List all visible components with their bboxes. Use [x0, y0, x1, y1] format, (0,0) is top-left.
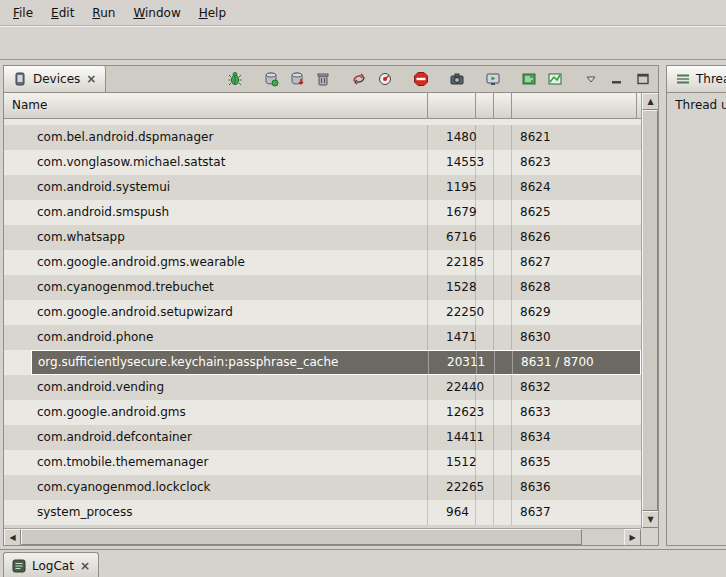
row-indent	[4, 375, 31, 400]
column-header-empty[interactable]	[494, 93, 512, 118]
view-menu-chevron-icon	[583, 71, 599, 87]
process-name-cell: com.google.android.gms	[31, 400, 428, 425]
row-indent	[4, 125, 31, 150]
row-body: com.vonglasow.michael.satstat 14553 8623	[31, 150, 641, 175]
table-row[interactable]: com.google.android.gms.wearable 22185 86…	[4, 250, 641, 275]
maximize-view-button[interactable]	[633, 69, 653, 89]
row-indent	[4, 450, 31, 475]
table-row[interactable]: com.android.vending 22440 8632	[4, 375, 641, 400]
menu-item[interactable]: Edit	[42, 2, 83, 24]
tab-threads[interactable]: Threads ×	[667, 66, 726, 92]
pid-cell: 14553	[428, 150, 476, 175]
pid-cell: 12623	[428, 400, 476, 425]
table-row[interactable]: com.vonglasow.michael.satstat 14553 8623	[4, 150, 641, 175]
devices-tab-close-icon[interactable]: ×	[85, 73, 97, 85]
table-row[interactable]: system_process 964 8637	[4, 500, 641, 525]
table-row[interactable]: com.google.android.setupwizard 22250 862…	[4, 300, 641, 325]
empty-cell	[476, 250, 494, 275]
pid-cell: 22440	[428, 375, 476, 400]
view-menu-button[interactable]	[581, 69, 601, 89]
empty-cell	[476, 450, 494, 475]
start-opengl-trace-button[interactable]	[545, 69, 565, 89]
table-row[interactable]: com.google.android.gms 12623 8633	[4, 400, 641, 425]
column-header-pid[interactable]	[428, 93, 476, 118]
row-body: com.cyanogenmod.lockclock 22265 8636	[31, 475, 641, 500]
debug-process-button[interactable]	[225, 69, 245, 89]
row-body: com.whatsapp 6716 8626	[31, 225, 641, 250]
table-row[interactable]: com.android.phone 1471 8630	[4, 325, 641, 350]
minimize-view-button[interactable]	[607, 69, 627, 89]
logcat-tab-close-icon[interactable]: ×	[79, 560, 91, 572]
menu-item[interactable]: File	[4, 2, 42, 24]
update-threads-button[interactable]	[349, 69, 369, 89]
scroll-left-button[interactable]: ◀	[4, 529, 21, 545]
port-cell: 8624	[512, 175, 641, 200]
table-row[interactable]: com.android.systemui 1195 8624	[4, 175, 641, 200]
menu-item[interactable]: Window	[124, 2, 189, 24]
table-row[interactable]: com.whatsapp 6716 8626	[4, 225, 641, 250]
threads-tab-label: Threads	[696, 72, 726, 86]
cause-gc-trash-icon	[315, 71, 331, 87]
cause-gc-button[interactable]	[313, 69, 333, 89]
devices-view-toolbar	[219, 66, 658, 92]
scrollbar-track[interactable]	[582, 529, 624, 545]
scroll-down-button[interactable]: ▼	[642, 511, 658, 528]
process-name-cell: com.android.defcontainer	[31, 425, 428, 450]
empty-cell	[476, 500, 494, 525]
row-body: com.google.android.gms.wearable 22185 86…	[31, 250, 641, 275]
process-name-cell: com.google.android.gms.wearable	[31, 250, 428, 275]
table-row[interactable]: com.cyanogenmod.trebuchet 1528 8628	[4, 275, 641, 300]
update-heap-button[interactable]	[261, 69, 281, 89]
dump-hprof-button[interactable]	[287, 69, 307, 89]
row-indent	[4, 425, 31, 450]
menu-item[interactable]: Help	[190, 2, 235, 24]
table-row[interactable]: com.cyanogenmod.lockclock 22265 8636	[4, 475, 641, 500]
empty-cell	[477, 351, 495, 374]
threads-tabbar: Threads ×	[667, 66, 726, 93]
screen-capture-button[interactable]	[447, 69, 467, 89]
port-cell: 8633	[512, 400, 641, 425]
table-row[interactable]: com.tmobile.thememanager 1512 8635	[4, 450, 641, 475]
empty-cell	[494, 400, 512, 425]
threads-message: Thread updates not enabled for selected …	[667, 93, 726, 129]
row-indent	[4, 350, 31, 375]
pid-cell: 6716	[428, 225, 476, 250]
process-name-cell: com.vonglasow.michael.satstat	[31, 150, 428, 175]
scroll-right-button[interactable]: ▶	[624, 529, 641, 545]
scroll-up-button[interactable]: ▲	[642, 93, 658, 110]
tab-logcat[interactable]: LogCat ×	[3, 552, 99, 577]
table-row[interactable]: com.android.defcontainer 14411 8634	[4, 425, 641, 450]
menu-item[interactable]: Run	[83, 2, 124, 24]
stop-process-button[interactable]	[411, 69, 431, 89]
column-header-name[interactable]: Name	[4, 93, 428, 118]
table-row[interactable]: com.android.smspush 1679 8625	[4, 200, 641, 225]
row-indent	[4, 475, 31, 500]
update-threads-icon	[351, 71, 367, 87]
empty-cell	[476, 125, 494, 150]
horizontal-scrollbar-thumb[interactable]	[21, 529, 582, 545]
empty-cell	[476, 375, 494, 400]
row-indent	[4, 325, 31, 350]
column-header-empty[interactable]	[476, 93, 494, 118]
column-header-port[interactable]	[512, 93, 637, 118]
pid-cell: 1471	[428, 325, 476, 350]
systrace-icon	[521, 71, 537, 87]
capture-systrace-button[interactable]	[519, 69, 539, 89]
row-indent	[4, 175, 31, 200]
empty-cell	[476, 200, 494, 225]
start-method-profiling-button[interactable]	[375, 69, 395, 89]
table-row[interactable]: org.sufficientlysecure.keychain:passphra…	[4, 350, 641, 375]
screen-record-button[interactable]	[483, 69, 503, 89]
row-body: com.google.android.setupwizard 22250 862…	[31, 300, 641, 325]
table-row[interactable]: com.bel.android.dspmanager 1480 8621	[4, 125, 641, 150]
process-name-cell: com.cyanogenmod.lockclock	[31, 475, 428, 500]
empty-cell	[476, 175, 494, 200]
vertical-scrollbar[interactable]: ▲ ▼	[641, 93, 658, 528]
process-name-cell: com.android.phone	[31, 325, 428, 350]
debug-bug-icon	[227, 71, 243, 87]
tab-devices[interactable]: Devices ×	[4, 66, 106, 92]
port-cell: 8635	[512, 450, 641, 475]
vertical-scrollbar-thumb[interactable]	[642, 110, 658, 511]
horizontal-scrollbar[interactable]: ◀ ▶	[4, 528, 641, 545]
row-body: org.sufficientlysecure.keychain:passphra…	[31, 350, 641, 375]
